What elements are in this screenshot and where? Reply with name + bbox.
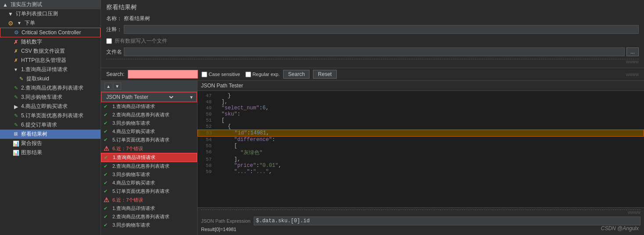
result-item[interactable]: ✔ 2.查询商品优惠券列表请求 [101, 111, 197, 119]
item-label: 6.近：7个错误 [112, 197, 143, 203]
result-item[interactable]: ✔ 3.同步购物车请求 [101, 119, 197, 127]
line-num: 55 [199, 143, 212, 148]
dropdown-container: JSON Path Tester ▼ [101, 92, 197, 102]
json-path-expression-row: JSON Path Expression [201, 217, 640, 225]
tree-item-tuxing[interactable]: 📊 图形结果 [0, 148, 101, 157]
search-input[interactable] [128, 70, 198, 79]
json-code: [ [215, 143, 237, 149]
name-value: 察看结果树 [124, 15, 639, 22]
item-label: 1.查询商品详情请求 [113, 154, 155, 161]
arrow-down-btn[interactable]: ▼ [113, 83, 121, 90]
json-line-48: 48 ], [198, 99, 644, 105]
check-green-icon: ✔ [104, 112, 111, 118]
json-line-51: 51 [ [198, 117, 644, 123]
json-code: "difference": [215, 137, 275, 143]
result-item[interactable]: ✔ 1.查询商品详情请求 [101, 204, 197, 213]
gear-orange-icon: ⚙ [7, 20, 14, 27]
tree-label: 5.订单页面优惠券列表请求 [21, 112, 83, 119]
main-content: ▲ ▼ JSON Path Tester ▼ ✔ 1.查询商品详情请求 [101, 81, 644, 235]
case-sensitive-label: Case sensitive [209, 72, 240, 77]
result-item[interactable]: ✔ 5.订单页面优惠券列表请求 [101, 187, 197, 195]
tree-item-root[interactable]: ▲ 顶实压力测试 [0, 0, 101, 9]
tree-item-query2[interactable]: ✎ 2.查询商品优惠券列表请求 [0, 83, 101, 93]
json-code: "sku": [215, 111, 241, 117]
regex-checkbox[interactable] [245, 72, 251, 77]
tree-item-random[interactable]: ✗ 随机数字 [0, 37, 101, 47]
watermark: CSDN @Angulx [601, 225, 639, 231]
arrow-up-btn[interactable]: ▲ [104, 83, 112, 90]
tree-item-order-stress[interactable]: ▼ 订单列表接口压测 [0, 9, 101, 18]
search-button[interactable]: Search [283, 70, 309, 79]
check-green-icon: ✔ [104, 222, 111, 228]
tree-label: 1.查询商品详情请求 [21, 66, 68, 73]
tree-item-critical[interactable]: ⚙ Critical Section Controller [0, 28, 101, 37]
reset-button[interactable]: Reset [313, 70, 336, 79]
error-red-icon: ⚠ [104, 145, 111, 152]
result-type-select[interactable]: JSON Path Tester [104, 94, 175, 101]
comment-input[interactable] [124, 25, 639, 34]
result-item[interactable]: ✔ 2.查询商品优惠券列表请求 [101, 213, 197, 221]
browse-button[interactable]: ... [626, 47, 639, 56]
json-line-50: 50 "sku": [198, 111, 644, 117]
tree-item-query5[interactable]: ✎ 5.订单页面优惠券列表请求 [0, 111, 101, 120]
item-label: 2.查询商品优惠券列表请求 [112, 163, 169, 170]
tree-item-csv[interactable]: ✗ CSV 数据文件设置 [0, 47, 101, 56]
result-item[interactable]: ✔ 5.订单页面优惠券列表请求 [101, 136, 197, 144]
file-input[interactable] [124, 47, 625, 56]
chevron-down-icon: ▼ [189, 95, 194, 100]
tree-item-query4[interactable]: ▶ 4.商品立即购买请求 [0, 102, 101, 111]
result-item[interactable]: ✔ 4.商品立即购买请求 [101, 127, 197, 136]
chart-pink-icon: 📊 [12, 140, 19, 147]
tree-item-chakan[interactable]: 眼 察看结果树 [0, 130, 101, 139]
line-num: 58 [199, 163, 212, 168]
comment-label: 注释： [106, 26, 124, 33]
json-code: "...":"...", [215, 169, 272, 175]
result-item[interactable]: ✔ 4.商品立即购买请求 [101, 179, 197, 187]
result-item[interactable]: ✔ 3.同步购物车请求 [101, 170, 197, 179]
search-options: Case sensitive Regular exp. [201, 72, 280, 77]
check-green-icon: ✔ [104, 155, 111, 160]
result-item-selected[interactable]: ✔ 1.查询商品详情请求 [101, 153, 197, 162]
result-item[interactable]: ⚠ 6.近：7个错误 [101, 144, 197, 153]
line-num: 59 [199, 169, 212, 174]
arrow-down-icon: ▼ [7, 11, 14, 18]
case-sensitive-checkbox[interactable] [201, 72, 207, 77]
tree-label: 聚合报告 [21, 140, 42, 147]
tree-item-juhebao[interactable]: 📊 聚合报告 [0, 139, 101, 148]
regex-option[interactable]: Regular exp. [245, 72, 280, 77]
json-line-55: 55 [ [198, 143, 644, 149]
line-num: 49 [199, 105, 212, 111]
nav-arrows: ▲ ▼ [104, 83, 121, 90]
tree-item-skuid[interactable]: ✎ 提取skuid [0, 74, 101, 83]
tree-item-query6[interactable]: ✎ 6.提交订单请求 [0, 120, 101, 130]
tree-item-xiadan[interactable]: ⚙ ▼ 下单 [0, 18, 101, 28]
case-sensitive-option[interactable]: Case sensitive [201, 72, 240, 77]
item-label: 2.查询商品优惠券列表请求 [112, 213, 169, 220]
check-green-icon: ✔ [104, 137, 111, 143]
tree-item-query3[interactable]: ✎ 3.同步购物车请求 [0, 93, 101, 102]
name-row: 名称： 察看结果树 [106, 15, 639, 22]
tree-label: HTTP信息头管理器 [21, 57, 66, 64]
json-code: ], [215, 99, 228, 105]
item-label: 3.同步购物车请求 [112, 171, 150, 178]
result-item[interactable]: ✔ 3.同步购物车请求 [101, 221, 197, 229]
result-list: ✔ 1.查询商品详情请求 ✔ 2.查询商品优惠券列表请求 ✔ 3.同步购物车请求… [101, 102, 197, 235]
write-all-checkbox[interactable] [106, 38, 112, 44]
result-item[interactable]: ✔ 1.查询商品详情请求 [101, 102, 197, 111]
result-group-1: ✔ 1.查询商品详情请求 ✔ 2.查询商品优惠券列表请求 ✔ 3.同步购物车请求… [101, 102, 197, 153]
result-item[interactable]: ⚠ 6.近：7个错误 [101, 195, 197, 204]
checkbox-row: 所有数据写入一个文件 [106, 36, 639, 46]
tree-label: Critical Section Controller [22, 29, 81, 36]
tree-item-http-header[interactable]: ✗ HTTP信息头管理器 [0, 56, 101, 65]
gear-blue-icon: ⚙ [13, 29, 20, 36]
item-label: 4.商品立即购买请求 [112, 180, 155, 186]
tree-item-query1[interactable]: ▼ 1.查询商品详情请求 [0, 65, 101, 74]
tree-label: 4.商品立即购买请求 [21, 103, 68, 110]
result-item[interactable]: ✔ 2.查询商品优惠券列表请求 [101, 162, 197, 170]
check-green-icon: ✔ [104, 129, 111, 134]
error-red-icon2: ⚠ [104, 196, 111, 203]
line-num: 57 [199, 156, 212, 162]
json-path-expression-input[interactable] [254, 217, 640, 225]
item-label: 3.同步购物车请求 [112, 120, 150, 127]
json-panel: JSON Path Tester 47 } 48 ], 49 "select_n… [198, 81, 644, 235]
